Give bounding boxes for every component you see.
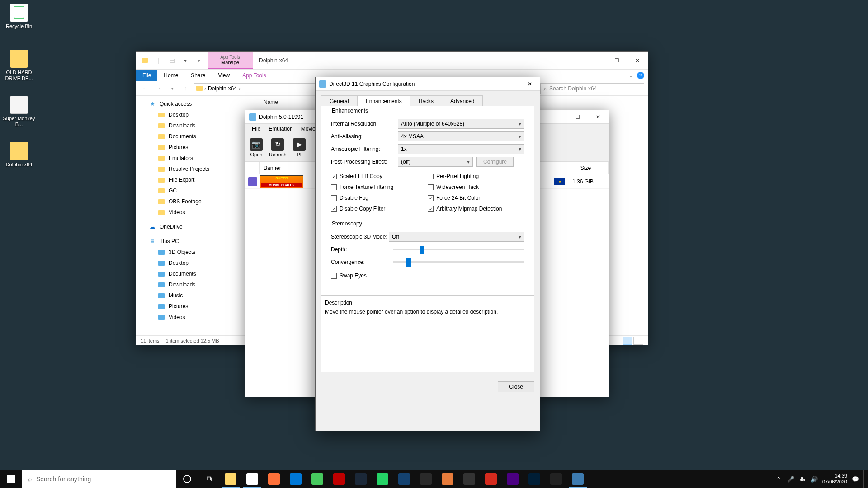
tray-mic-icon[interactable]: 🎤	[787, 475, 794, 483]
notifications-icon[interactable]: 💬	[852, 475, 859, 483]
checkbox-per-pixel-lighting[interactable]: Per-Pixel Lighting	[428, 171, 524, 182]
maximize-button[interactable]: ☐	[567, 114, 588, 120]
breadcrumb-segment[interactable]: Dolphin-x64	[208, 85, 237, 92]
qat-overflow[interactable]: ▾	[194, 56, 204, 66]
postprocess-select[interactable]: (off)	[398, 157, 473, 167]
nav-item-resolve-projects[interactable]: Resolve Projects	[136, 164, 247, 174]
help-icon[interactable]: ?	[637, 72, 644, 79]
ribbon-tab-share[interactable]: Share	[184, 70, 212, 81]
menu-emulation[interactable]: Emulation	[265, 125, 296, 133]
swap-eyes-checkbox[interactable]: Swap Eyes	[331, 270, 524, 281]
desktop-icon-old-hard-drive-de-[interactable]: OLD HARD DRIVE DE...	[2, 50, 36, 81]
qat-properties[interactable]: ▤	[167, 56, 177, 66]
ribbon-tab-file[interactable]: File	[136, 70, 157, 81]
maximize-button[interactable]: ☐	[606, 52, 627, 69]
col-banner[interactable]: Banner	[260, 162, 307, 174]
nav-item-file-export[interactable]: File Export	[136, 174, 247, 185]
nav-forward-button[interactable]: →	[153, 83, 164, 94]
tray-chevron-icon[interactable]: ⌃	[775, 475, 783, 483]
tray-network-icon[interactable]: 🖧	[799, 475, 806, 483]
nav-up-button[interactable]: ↑	[180, 83, 191, 94]
taskbar-app-whatsapp[interactable]	[372, 470, 393, 488]
taskbar-app-filezilla[interactable]	[328, 470, 350, 488]
checkbox-force-24-bit-color[interactable]: Force 24-Bit Color	[428, 192, 524, 203]
nav-item-desktop[interactable]: Desktop	[136, 109, 247, 120]
tray-volume-icon[interactable]: 🔊	[811, 475, 818, 483]
checkbox-arbitrary-mipmap-detection[interactable]: Arbitrary Mipmap Detection	[428, 203, 524, 214]
taskbar-clock[interactable]: 14:39 07/06/2020	[822, 473, 847, 485]
slider-thumb[interactable]	[420, 246, 424, 254]
tab-enhancements[interactable]: Enhancements	[357, 95, 410, 106]
nav-item-pictures[interactable]: Pictures	[136, 142, 247, 153]
checkbox-widescreen-hack[interactable]: Widescreen Hack	[428, 182, 524, 192]
close-button[interactable]: ✕	[627, 52, 648, 69]
ribbon-tab-apptools[interactable]: App Tools	[236, 70, 272, 81]
ribbon-expand-icon[interactable]: ⌄	[629, 72, 633, 79]
nav-item-obs-footage[interactable]: OBS Footage	[136, 196, 247, 207]
slider-thumb[interactable]	[406, 258, 411, 267]
taskbar-app-amazon-music[interactable]	[502, 470, 524, 488]
qat-new[interactable]: ▾	[180, 56, 190, 66]
taskbar-app-firefox[interactable]	[263, 470, 285, 488]
taskbar-app-steam[interactable]	[350, 470, 372, 488]
convergence-slider[interactable]	[393, 261, 524, 263]
taskbar-app-clock-app[interactable]	[458, 470, 480, 488]
tab-advanced[interactable]: Advanced	[442, 95, 483, 106]
col-size[interactable]: Size	[563, 162, 609, 174]
close-button[interactable]: Close	[498, 381, 534, 392]
stereo-mode-select[interactable]: Off	[389, 232, 524, 242]
nav-history-button[interactable]: ▾	[167, 83, 178, 94]
taskbar-app-dolphin[interactable]	[567, 470, 589, 488]
tab-general[interactable]: General	[321, 95, 358, 106]
minimize-button[interactable]: ─	[585, 52, 606, 69]
nav-item-documents[interactable]: Documents	[136, 131, 247, 142]
anisotropic-select[interactable]: 1x	[398, 144, 524, 154]
close-button[interactable]: ✕	[588, 114, 609, 120]
taskbar-app-chrome[interactable]	[241, 470, 263, 488]
desktop-icon-super-monkey-b-[interactable]: Super Monkey B...	[2, 96, 36, 127]
nav-item-gc[interactable]: GC	[136, 185, 247, 196]
view-large-button[interactable]	[633, 337, 643, 345]
antialiasing-select[interactable]: 4x MSAA	[398, 131, 524, 141]
minimize-button[interactable]: ─	[546, 114, 567, 120]
nav-item-downloads[interactable]: Downloads	[136, 120, 247, 131]
internal-resolution-select[interactable]: Auto (Multiple of 640x528)	[398, 119, 524, 129]
taskbar-app-davinci[interactable]	[415, 470, 437, 488]
nav-item-pictures[interactable]: Pictures	[136, 301, 247, 312]
checkbox-disable-copy-filter[interactable]: Disable Copy Filter	[331, 203, 428, 214]
ribbon-context-tab[interactable]: App Tools Manage	[208, 52, 253, 69]
nav-item-documents[interactable]: Documents	[136, 268, 247, 279]
taskbar-search[interactable]: ⌕ Search for anything	[22, 470, 176, 488]
toolbar-open-button[interactable]: 📷Open	[250, 138, 263, 157]
taskbar-app-explorer[interactable]	[220, 470, 241, 488]
desktop-icon-dolphin-x64[interactable]: Dolphin-x64	[2, 142, 36, 168]
taskbar-app-white-app[interactable]	[545, 470, 567, 488]
view-details-button[interactable]	[623, 337, 632, 345]
taskbar-app-task-view[interactable]: ⧉	[198, 470, 220, 488]
taskbar-app-orange-app[interactable]	[437, 470, 458, 488]
show-desktop-button[interactable]	[863, 470, 866, 488]
close-button[interactable]: ✕	[520, 77, 540, 90]
checkbox-disable-fog[interactable]: Disable Fog	[331, 192, 428, 203]
tab-hacks[interactable]: Hacks	[410, 95, 442, 106]
nav-item-music[interactable]: Music	[136, 290, 247, 301]
taskbar-app-vscode[interactable]	[285, 470, 307, 488]
nav-onedrive[interactable]: ☁OneDrive	[136, 221, 247, 232]
start-button[interactable]	[0, 470, 22, 488]
desktop-icon-recycle-bin[interactable]: Recycle Bin	[2, 4, 36, 29]
nav-quick-access[interactable]: ★Quick access	[136, 99, 247, 109]
taskbar-app-mcd[interactable]	[480, 470, 502, 488]
nav-back-button[interactable]: ←	[140, 83, 151, 94]
depth-slider[interactable]	[393, 249, 524, 250]
nav-item-videos[interactable]: Videos	[136, 207, 247, 218]
checkbox-scaled-efb-copy[interactable]: Scaled EFB Copy	[331, 171, 428, 182]
breadcrumb-chevron[interactable]: ›	[239, 85, 241, 92]
menu-file[interactable]: File	[248, 125, 264, 133]
nav-item-desktop[interactable]: Desktop	[136, 258, 247, 268]
taskbar-app-photoshop[interactable]	[524, 470, 545, 488]
cortana-button[interactable]	[176, 470, 198, 488]
toolbar-pl-button[interactable]: ▶Pl	[293, 138, 306, 157]
search-input[interactable]: ⌕ Search Dolphin-x64	[540, 83, 644, 94]
nav-item-3d-objects[interactable]: 3D Objects	[136, 247, 247, 258]
taskbar-app-green-app[interactable]	[307, 470, 328, 488]
